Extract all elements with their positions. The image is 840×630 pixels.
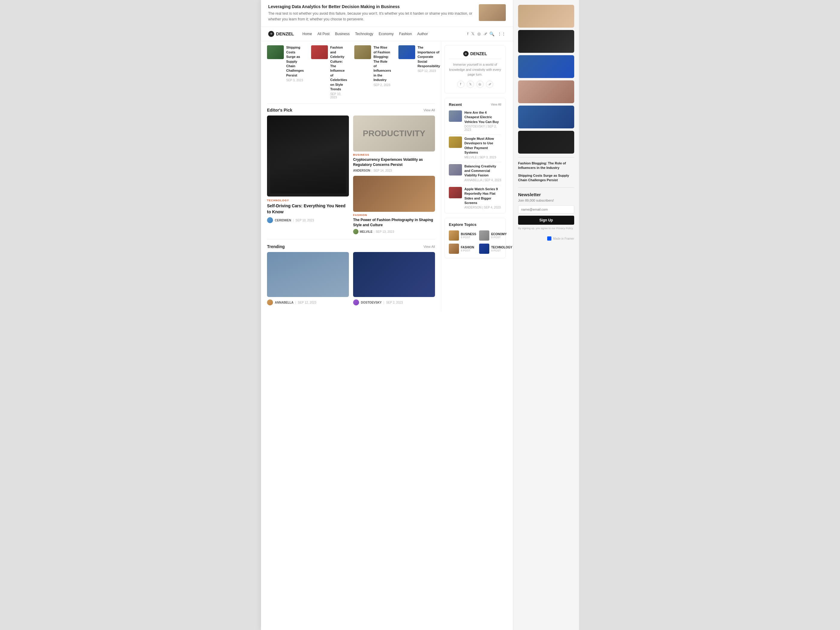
recent-title-1: Here Are the 4 Cheapest Electric Vehicle… <box>464 111 501 124</box>
editors-pick-viewall[interactable]: View All <box>423 108 435 112</box>
menu-icon[interactable]: ⋮⋮ <box>497 32 506 36</box>
explore-item-business[interactable]: BUSINESS 8 POST <box>449 231 476 241</box>
ticker-date-3: SEP 2, 2023 <box>374 84 391 87</box>
brand-pinterest-icon[interactable]: 𝒫 <box>486 81 493 88</box>
pinterest-icon[interactable]: 𝒫 <box>483 32 486 36</box>
editors-side-article-2[interactable]: FASHION The Power of Fashion Photography… <box>353 176 435 235</box>
brand-instagram-icon[interactable]: ◎ <box>477 81 483 88</box>
nav-home[interactable]: Home <box>302 32 312 36</box>
explore-item-fashion[interactable]: FASHION 8 POST <box>449 243 476 254</box>
ticker-img-2 <box>311 45 328 59</box>
explore-img-tech <box>479 243 489 254</box>
newsletter-signup-button[interactable]: Sign Up <box>518 216 574 225</box>
trending-header: Trending View All <box>267 243 435 252</box>
editors-pick-title: Editor's Pick <box>267 108 292 112</box>
recent-viewall[interactable]: View All <box>491 103 501 106</box>
search-icon[interactable]: 🔍 <box>489 32 494 36</box>
brand-name: DENZEL <box>471 51 487 56</box>
ticker-img-4 <box>398 45 415 59</box>
brand-twitter-icon[interactable]: 𝕏 <box>467 81 474 88</box>
ticker-item-1[interactable]: Shipping Costs Surge as Supply Chain Cha… <box>267 45 304 99</box>
editors-side-avatar-2 <box>353 229 358 234</box>
top-banner-body: The real test is not whether you avoid t… <box>268 11 473 22</box>
editors-side-author-1: ANDERSON <box>353 169 370 172</box>
nav-economy[interactable]: Economy <box>379 32 393 36</box>
rp-headline-1[interactable]: Fashion Blogging: The Role of Influencer… <box>518 161 574 171</box>
editors-main-category: TECHNOLOGY <box>267 199 349 202</box>
nav-technology[interactable]: Technology <box>355 32 373 36</box>
trending-avatar-1 <box>267 299 273 305</box>
trending-viewall[interactable]: View All <box>423 245 435 248</box>
newsletter-legal: By signing up, you agree to our Privacy … <box>518 226 574 231</box>
rp-headline-text-1: Fashion Blogging: The Role of Influencer… <box>518 161 574 171</box>
trending-item-1[interactable]: ANNABELLA | SEP 12, 2023 <box>267 252 349 305</box>
recent-item-3[interactable]: Balancing Creativity and Commercial Viab… <box>449 164 501 182</box>
ticker-title-3: The Rise of Fashion Blogging: The Role o… <box>374 45 391 82</box>
nav-allpost[interactable]: All Post <box>317 32 330 36</box>
rp-img-1 <box>518 5 574 28</box>
trending-img-2 <box>353 252 435 297</box>
nav-business[interactable]: Business <box>335 32 350 36</box>
ticker-item-2[interactable]: Fashion and Celebrity Culture: The Influ… <box>311 45 347 99</box>
brand-facebook-icon[interactable]: f <box>457 81 464 88</box>
ticker-title-2: Fashion and Celebrity Culture: The Influ… <box>330 45 347 92</box>
ticker-title-4: The Importance of Corporate Social Respo… <box>418 45 440 68</box>
trending-title: Trending <box>267 244 285 249</box>
explore-label-fashion: FASHION <box>461 246 474 249</box>
newsletter-subtitle: Join 89,000 subscribers! <box>518 199 574 202</box>
rp-headline-text-2: Shipping Costs Surge as Supply Chain Cha… <box>518 174 574 183</box>
nav-fashion[interactable]: Fashion <box>399 32 412 36</box>
editors-main-author: CERIDWEN <box>275 219 291 222</box>
twitter-icon[interactable]: 𝕏 <box>471 32 474 36</box>
nav-author[interactable]: Author <box>417 32 428 36</box>
top-banner: Leveraging Data Analytics for Better Dec… <box>261 0 513 27</box>
explore-label-tech: TECHNOLOGY <box>491 246 512 249</box>
site-logo[interactable]: ⊙ DENZEL <box>268 31 294 37</box>
ticker-img-3 <box>354 45 371 59</box>
explore-count-business: 8 POST <box>461 236 476 239</box>
editors-side-title-1: Cryptocurrency Experiences Volatility as… <box>353 157 435 167</box>
ticker-item-3[interactable]: The Rise of Fashion Blogging: The Role o… <box>354 45 391 99</box>
editors-side-category-1: BUSINESS <box>353 153 435 156</box>
instagram-icon[interactable]: ◎ <box>477 32 481 36</box>
trending-date-2: SEP 2, 2023 <box>386 301 403 304</box>
trending-item-2[interactable]: DOSTOEVSKY | SEP 2, 2023 <box>353 252 435 305</box>
trending-avatar-2 <box>353 299 359 305</box>
editors-main-avatar <box>267 217 273 223</box>
editors-side-title-2: The Power of Fashion Photography in Shap… <box>353 218 435 228</box>
explore-count-fashion: 8 POST <box>461 249 474 252</box>
editors-main-article[interactable]: TECHNOLOGY Self-Driving Cars: Everything… <box>267 115 349 234</box>
news-ticker: Shipping Costs Surge as Supply Chain Cha… <box>267 41 435 104</box>
framer-logo-icon <box>547 237 551 241</box>
recent-author-4: ANDERSON <box>464 206 482 209</box>
rp-img-5 <box>518 106 574 128</box>
trending-author-2: DOSTOEVSKY <box>361 301 382 304</box>
explore-count-economy: 8 POST <box>491 236 507 239</box>
recent-item-2[interactable]: Google Must Allow Developers to Use Othe… <box>449 136 501 159</box>
rp-img-4 <box>518 81 574 103</box>
editors-side-article-1[interactable]: PRODUCTIVITY BUSINESS Cryptocurrency Exp… <box>353 115 435 172</box>
recent-author-1: DOSTOEVSKY <box>464 125 485 128</box>
explore-section: Explore Topics BUSINESS 8 POST <box>444 218 506 258</box>
recent-author-2: MELVILE <box>464 156 477 159</box>
newsletter-section: Newsletter Join 89,000 subscribers! Sign… <box>518 192 574 231</box>
trending-img-1 <box>267 252 349 297</box>
explore-item-economy[interactable]: ECONOMY 8 POST <box>479 231 512 241</box>
recent-img-3 <box>449 164 462 175</box>
recent-item-4[interactable]: Apple Watch Series 9 Reportedly Has Flat… <box>449 187 501 209</box>
recent-item-1[interactable]: Here Are the 4 Cheapest Electric Vehicle… <box>449 111 501 131</box>
ticker-item-4[interactable]: The Importance of Corporate Social Respo… <box>398 45 440 99</box>
editors-side-img-2 <box>353 176 435 212</box>
rp-img-6 <box>518 131 574 153</box>
ticker-title-1: Shipping Costs Surge as Supply Chain Cha… <box>286 45 304 78</box>
rp-headline-2[interactable]: Shipping Costs Surge as Supply Chain Cha… <box>518 174 574 183</box>
recent-img-4 <box>449 187 462 198</box>
brand-box: ⊙ DENZEL Immerse yourself in a world of … <box>444 45 506 93</box>
recent-img-1 <box>449 111 462 122</box>
explore-title: Explore Topics <box>449 222 501 227</box>
newsletter-email-input[interactable] <box>518 205 574 213</box>
editors-pick-header: Editor's Pick View All <box>267 104 435 115</box>
facebook-icon[interactable]: f <box>467 32 468 36</box>
explore-item-tech[interactable]: TECHNOLOGY 8 POST <box>479 243 512 254</box>
editors-side-category-2: FASHION <box>353 213 435 216</box>
